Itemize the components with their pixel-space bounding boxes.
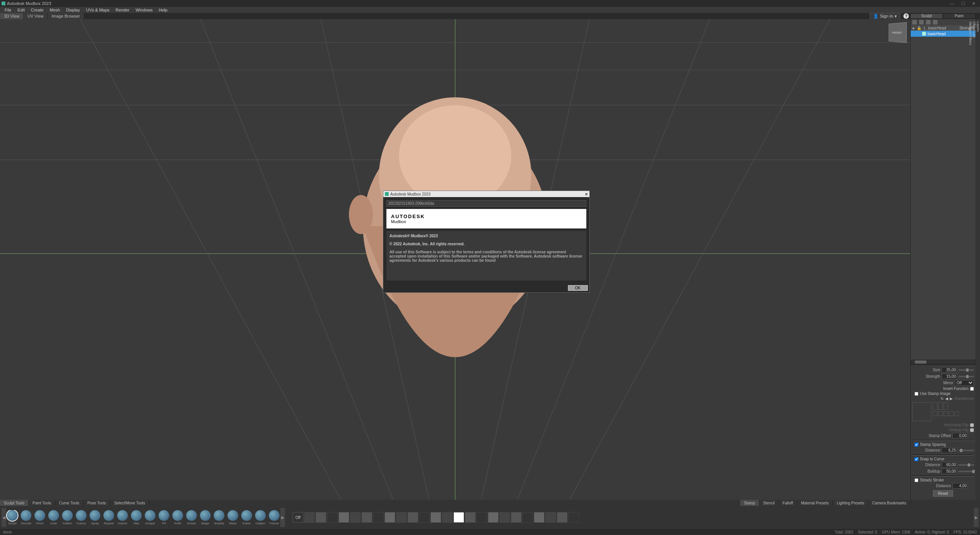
viewcube[interactable]: FRONT xyxy=(888,22,906,43)
reset-button[interactable]: Reset xyxy=(933,490,953,497)
help-button[interactable]: ? xyxy=(903,13,909,19)
tab-uv-view[interactable]: UV View xyxy=(24,13,48,19)
tool-erase[interactable]: Erase xyxy=(241,510,253,525)
vtab-layers[interactable]: Layers xyxy=(976,19,980,500)
strength-slider[interactable] xyxy=(959,376,974,377)
tool-foamy[interactable]: Foamy xyxy=(75,510,87,525)
tool-scrape[interactable]: Scrape xyxy=(144,510,156,525)
stamp-opt2-icon[interactable] xyxy=(938,411,943,416)
stamp-thumb-10[interactable] xyxy=(419,512,430,523)
menu-uvs-maps[interactable]: UVs & Maps xyxy=(83,8,113,12)
tools-scroll-right[interactable]: ▶ xyxy=(280,508,285,527)
stamp-thumb-9[interactable] xyxy=(407,512,418,523)
buildup-input[interactable] xyxy=(942,468,957,474)
stamp-thumb-7[interactable] xyxy=(384,512,395,523)
stamp-offset-input[interactable] xyxy=(952,433,968,439)
stamp-thumb-6[interactable] xyxy=(373,512,384,523)
strength-input[interactable] xyxy=(942,374,957,379)
object-hscroll[interactable] xyxy=(911,360,975,364)
stamp-thumb-11[interactable] xyxy=(430,512,441,523)
stamp-thumb-2[interactable] xyxy=(327,512,338,523)
stamp-thumb-13[interactable] xyxy=(453,512,464,523)
menu-edit[interactable]: Edit xyxy=(15,8,28,12)
menu-display[interactable]: Display xyxy=(63,8,83,12)
maximize-button[interactable]: ☐ xyxy=(961,1,965,6)
vtab-viewport-filters[interactable]: Viewport Filters xyxy=(969,19,972,500)
tool-repeat[interactable]: Repeat xyxy=(103,510,115,525)
stamp-thumb-0[interactable] xyxy=(304,512,315,523)
merge-icon[interactable] xyxy=(933,20,937,24)
stamp-thumb-3[interactable] xyxy=(339,512,349,523)
tools-scroll-left[interactable]: ◀ xyxy=(2,508,6,527)
next-icon[interactable]: ▶ xyxy=(950,396,953,401)
menu-file[interactable]: File xyxy=(2,8,15,12)
stamp-thumb-21[interactable] xyxy=(545,512,556,523)
tab-paint-layers[interactable]: Paint xyxy=(943,13,975,19)
steady-checkbox[interactable] xyxy=(915,478,918,482)
tab-falloff[interactable]: Falloff xyxy=(779,500,797,506)
tab-pose-tools[interactable]: Pose Tools xyxy=(83,500,110,506)
stamp-opt5-icon[interactable] xyxy=(954,411,959,416)
stamp-thumb-20[interactable] xyxy=(534,512,545,523)
menu-help[interactable]: Help xyxy=(156,8,171,12)
tool-smooth[interactable]: Smooth xyxy=(20,510,32,525)
dialog-ok-button[interactable]: OK xyxy=(568,285,588,291)
tab-paint-tools[interactable]: Paint Tools xyxy=(29,500,56,506)
rotate-icon[interactable]: ↻ xyxy=(941,396,944,401)
tool-sculpt[interactable]: Sculpt xyxy=(6,510,18,525)
stamp-opt3-icon[interactable] xyxy=(944,411,948,416)
minimize-button[interactable]: — xyxy=(950,1,954,6)
lock-icon[interactable]: 🔒 xyxy=(917,26,921,30)
tab-stencil[interactable]: Stencil xyxy=(759,500,779,506)
tool-spray[interactable]: Spray xyxy=(89,510,101,525)
stamp-thumb-17[interactable] xyxy=(499,512,510,523)
tab-sculpt-layers[interactable]: Sculpt xyxy=(910,13,943,19)
tab-camera-bookmarks[interactable]: Camera Bookmarks xyxy=(869,500,910,506)
stamp-scale-icon[interactable] xyxy=(938,402,943,410)
dialog-version[interactable]: 202202151903-206bcb5da xyxy=(386,200,586,207)
dialog-titlebar[interactable]: Autodesk Mudbox 2023 ✕ xyxy=(383,191,589,197)
stamp-thumb-15[interactable] xyxy=(476,512,487,523)
buildup-slider[interactable] xyxy=(959,471,974,472)
use-stamp-checkbox[interactable] xyxy=(915,392,918,396)
stamp-thumb-23[interactable] xyxy=(568,512,579,523)
tool-smear[interactable]: Smear xyxy=(185,510,198,525)
distance2-slider[interactable] xyxy=(959,464,974,466)
tab-curve-tools[interactable]: Curve Tools xyxy=(56,500,84,506)
menu-render[interactable]: Render xyxy=(113,8,133,12)
tab-material-presets[interactable]: Material Presets xyxy=(797,500,833,506)
tab-lighting-presets[interactable]: Lighting Presets xyxy=(833,500,869,506)
stamp-thumb-5[interactable] xyxy=(362,512,372,523)
stamp-thumb-22[interactable] xyxy=(557,512,568,523)
new-layer-icon[interactable] xyxy=(912,20,917,24)
distance-slider[interactable] xyxy=(959,450,974,451)
object-list-item[interactable]: basicHead xyxy=(911,31,975,37)
stamps-scroll-right[interactable]: ▶ xyxy=(974,508,978,527)
tab-3d-view[interactable]: 3D View xyxy=(0,13,24,19)
dialog-scroll-content[interactable]: Autodesk® Mudbox® 2023 © 2022 Autodesk, … xyxy=(386,231,586,281)
tool-imprint[interactable]: Imprint xyxy=(116,510,129,525)
stamp-spacing-checkbox[interactable] xyxy=(915,443,918,447)
tool-freeze[interactable]: Freeze xyxy=(268,510,280,525)
stamp-preview[interactable] xyxy=(912,402,931,421)
visibility-icon[interactable]: ● xyxy=(912,26,915,30)
stamp-rot-icon[interactable] xyxy=(933,402,937,410)
prev-icon[interactable]: ◀ xyxy=(945,396,948,401)
close-button[interactable]: ✕ xyxy=(972,1,975,6)
stamp-thumb-19[interactable] xyxy=(522,512,533,523)
tool-knife[interactable]: Knife xyxy=(172,510,184,525)
tool-flatten[interactable]: Flatten xyxy=(61,510,74,525)
size-slider[interactable] xyxy=(959,369,974,371)
tool-wax[interactable]: Wax xyxy=(130,510,142,525)
stamp-thumb-18[interactable] xyxy=(511,512,522,523)
stamp-opt1-icon[interactable] xyxy=(933,411,937,416)
tab-sculpt-tools[interactable]: Sculpt Tools xyxy=(0,500,29,506)
tool-pinch[interactable]: Pinch xyxy=(34,510,46,525)
menu-windows[interactable]: Windows xyxy=(133,8,156,12)
stamp-move-icon[interactable] xyxy=(944,402,948,410)
vtab-object-list[interactable]: Object List xyxy=(972,19,976,500)
distance2-input[interactable] xyxy=(942,462,957,468)
stamp-thumb-16[interactable] xyxy=(488,512,499,523)
stamp-opt4-icon[interactable] xyxy=(949,411,954,416)
tab-stamp[interactable]: Stamp xyxy=(740,500,759,506)
